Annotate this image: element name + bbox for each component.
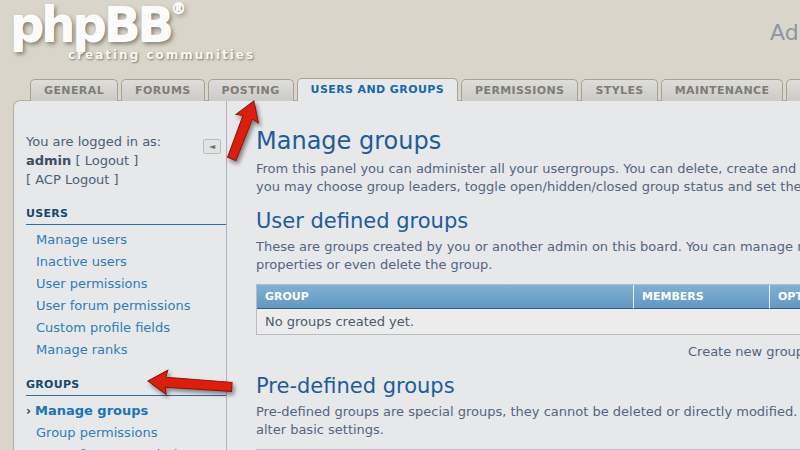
- admin-panel-title: Administration Control Panel: [770, 20, 800, 45]
- sidebar-item-user-permissions[interactable]: User permissions: [26, 273, 226, 295]
- page-title: Manage groups: [256, 127, 800, 155]
- sidebar-section-groups: GROUPS ›Manage groups Group permissions …: [26, 374, 226, 450]
- table-header-row: GROUP MEMBERS OPTIONS: [257, 285, 800, 309]
- sidebar-section-users: USERS Manage users Inactive users User p…: [26, 203, 226, 361]
- sidebar-collapse-button[interactable]: ◄: [203, 139, 221, 154]
- acp-tab-bar: GENERAL FORUMS POSTING USERS AND GROUPS …: [30, 78, 800, 101]
- phpbb-logo-text: phpBB®: [10, 0, 186, 52]
- tab-system[interactable]: SYSTEM: [786, 79, 800, 101]
- intro-paragraph: From this panel you can administer all y…: [256, 160, 800, 196]
- pre-defined-description: Pre-defined groups are special groups, t…: [256, 403, 800, 439]
- table-row: No groups created yet.: [257, 309, 800, 334]
- sidebar-section-title-groups: GROUPS: [26, 374, 226, 396]
- tab-styles[interactable]: STYLES: [581, 79, 657, 101]
- acp-content: Manage groups From this panel you can ad…: [256, 101, 800, 450]
- logo-tagline: creating communities: [68, 49, 255, 61]
- pre-defined-desc-line-2: alter basic settings.: [256, 421, 800, 439]
- pre-defined-groups-heading: Pre-defined groups: [256, 374, 800, 398]
- tab-forums[interactable]: FORUMS: [121, 79, 205, 101]
- acp-logout-link[interactable]: [ ACP Logout ]: [26, 172, 119, 187]
- login-info: You are logged in as: admin [ Logout ] […: [26, 132, 218, 189]
- active-item-marker-icon: ›: [26, 404, 31, 418]
- user-defined-groups-heading: User defined groups: [256, 209, 800, 233]
- sidebar-item-group-forum-permissions[interactable]: Group forum permissions: [26, 444, 226, 450]
- sidebar-item-custom-profile-fields[interactable]: Custom profile fields: [26, 317, 226, 339]
- column-header-options: OPTIONS: [769, 285, 800, 309]
- sidebar-item-group-permissions[interactable]: Group permissions: [26, 422, 226, 444]
- user-defined-groups-table: GROUP MEMBERS OPTIONS No groups created …: [256, 284, 800, 335]
- phpbb-logo: phpBB® creating communities: [10, 0, 186, 48]
- acp-sidebar: ◄ You are logged in as: admin [ Logout ]…: [14, 101, 227, 450]
- intro-line-2: you may choose group leaders, toggle ope…: [256, 178, 800, 196]
- sidebar-item-manage-groups[interactable]: ›Manage groups: [26, 400, 226, 422]
- acp-main-panel: ◄ You are logged in as: admin [ Logout ]…: [13, 100, 800, 450]
- sidebar-item-user-forum-permissions[interactable]: User forum permissions: [26, 295, 226, 317]
- column-header-group: GROUP: [257, 285, 633, 309]
- user-defined-desc-line-1: These are groups created by you or anoth…: [256, 238, 800, 256]
- empty-groups-message: No groups created yet.: [257, 309, 800, 334]
- logout-link[interactable]: [ Logout ]: [75, 153, 138, 168]
- sidebar-item-manage-users[interactable]: Manage users: [26, 229, 226, 251]
- user-defined-desc-line-2: properties or even delete the group.: [256, 256, 800, 274]
- user-defined-description: These are groups created by you or anoth…: [256, 238, 800, 274]
- tab-posting[interactable]: POSTING: [208, 79, 294, 101]
- tab-maintenance[interactable]: MAINTENANCE: [661, 79, 784, 101]
- sidebar-section-title-users: USERS: [26, 203, 226, 225]
- tab-permissions[interactable]: PERMISSIONS: [461, 79, 578, 101]
- create-new-group-label: Create new group:: [688, 344, 800, 359]
- registered-mark: ®: [171, 0, 186, 17]
- tab-users-and-groups[interactable]: USERS AND GROUPS: [297, 78, 458, 101]
- sidebar-item-manage-ranks[interactable]: Manage ranks: [26, 339, 226, 361]
- sidebar-item-inactive-users[interactable]: Inactive users: [26, 251, 226, 273]
- intro-line-1: From this panel you can administer all y…: [256, 160, 800, 178]
- sidebar-item-label: Manage groups: [35, 403, 148, 418]
- username: admin: [26, 153, 71, 168]
- column-header-members: MEMBERS: [633, 285, 769, 309]
- tab-general[interactable]: GENERAL: [30, 79, 118, 101]
- pre-defined-desc-line-1: Pre-defined groups are special groups, t…: [256, 403, 800, 421]
- chevron-left-icon: ◄: [209, 142, 215, 151]
- logged-in-label: You are logged in as:: [26, 132, 218, 151]
